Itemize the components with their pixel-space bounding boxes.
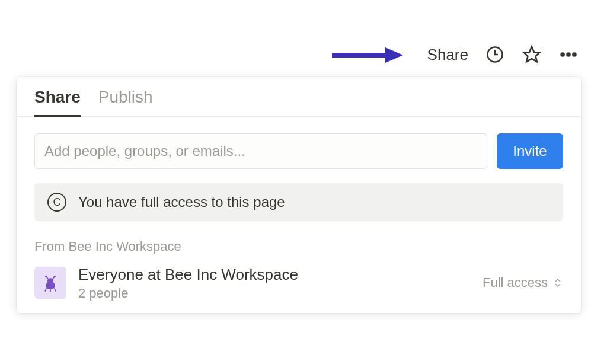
member-subtitle: 2 people <box>78 286 471 301</box>
tabs: Share Publish <box>17 77 581 117</box>
svg-point-5 <box>567 53 570 56</box>
annotation-arrow <box>332 46 403 64</box>
invite-input[interactable] <box>34 133 487 169</box>
topbar: Share <box>427 44 579 65</box>
more-icon[interactable] <box>558 44 579 65</box>
access-banner: C You have full access to this page <box>34 183 563 221</box>
invite-row: Invite <box>17 117 581 169</box>
role-picker[interactable]: Full access <box>483 275 563 290</box>
chevron-up-down-icon <box>552 276 563 289</box>
member-row: Everyone at Bee Inc Workspace 2 people F… <box>17 254 581 301</box>
member-title: Everyone at Bee Inc Workspace <box>78 265 471 285</box>
svg-marker-1 <box>385 47 403 63</box>
history-icon[interactable] <box>485 44 505 65</box>
svg-point-4 <box>561 53 564 56</box>
workspace-avatar-icon <box>34 267 66 299</box>
section-label: From Bee Inc Workspace <box>17 221 581 254</box>
svg-point-11 <box>45 276 47 277</box>
svg-point-6 <box>573 53 576 56</box>
svg-marker-3 <box>524 47 540 62</box>
tab-publish[interactable]: Publish <box>98 88 153 116</box>
invite-button[interactable]: Invite <box>497 133 563 169</box>
access-banner-text: You have full access to this page <box>78 194 285 210</box>
tab-share[interactable]: Share <box>34 88 81 117</box>
role-label: Full access <box>483 275 548 290</box>
user-badge-icon: C <box>47 193 66 212</box>
share-button[interactable]: Share <box>427 46 468 64</box>
member-text: Everyone at Bee Inc Workspace 2 people <box>78 265 471 301</box>
svg-point-12 <box>54 276 56 277</box>
share-popover: Share Publish Invite C You have full acc… <box>17 77 581 313</box>
star-icon[interactable] <box>522 44 542 65</box>
